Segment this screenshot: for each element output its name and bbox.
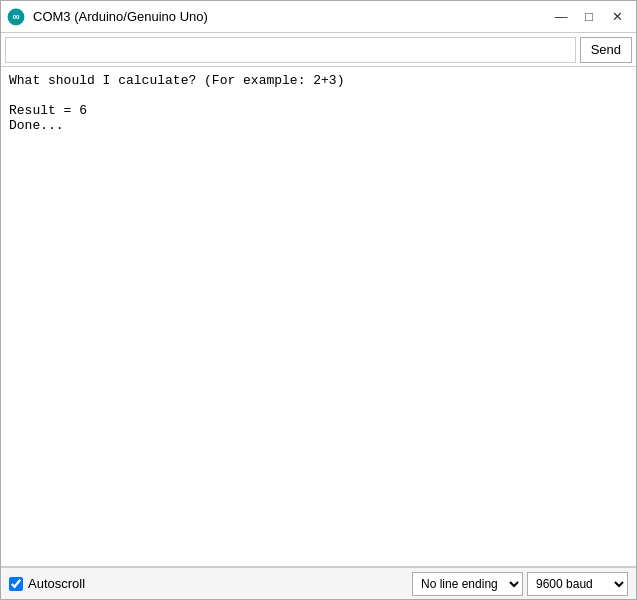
title-bar: ∞ COM3 (Arduino/Genuino Uno) — □ ✕ bbox=[1, 1, 636, 33]
arduino-logo: ∞ bbox=[7, 8, 25, 26]
autoscroll-checkbox[interactable] bbox=[9, 577, 23, 591]
baud-rate-dropdown[interactable]: 300 baud 1200 baud 2400 baud 4800 baud 9… bbox=[527, 572, 628, 596]
send-button[interactable]: Send bbox=[580, 37, 632, 63]
maximize-button[interactable]: □ bbox=[576, 6, 602, 28]
serial-input[interactable] bbox=[5, 37, 576, 63]
arduino-serial-monitor-window: ∞ COM3 (Arduino/Genuino Uno) — □ ✕ Send … bbox=[0, 0, 637, 600]
window-title: COM3 (Arduino/Genuino Uno) bbox=[33, 9, 548, 24]
autoscroll-label[interactable]: Autoscroll bbox=[28, 576, 85, 591]
line-ending-dropdown[interactable]: No line ending Newline Carriage return B… bbox=[412, 572, 523, 596]
status-bar: Autoscroll No line ending Newline Carria… bbox=[1, 567, 636, 599]
serial-output: What should I calculate? (For example: 2… bbox=[1, 67, 636, 567]
minimize-button[interactable]: — bbox=[548, 6, 574, 28]
svg-text:∞: ∞ bbox=[12, 10, 19, 21]
window-controls: — □ ✕ bbox=[548, 6, 630, 28]
autoscroll-container: Autoscroll bbox=[9, 576, 412, 591]
toolbar: Send bbox=[1, 33, 636, 67]
status-bar-right: No line ending Newline Carriage return B… bbox=[412, 572, 628, 596]
close-button[interactable]: ✕ bbox=[604, 6, 630, 28]
